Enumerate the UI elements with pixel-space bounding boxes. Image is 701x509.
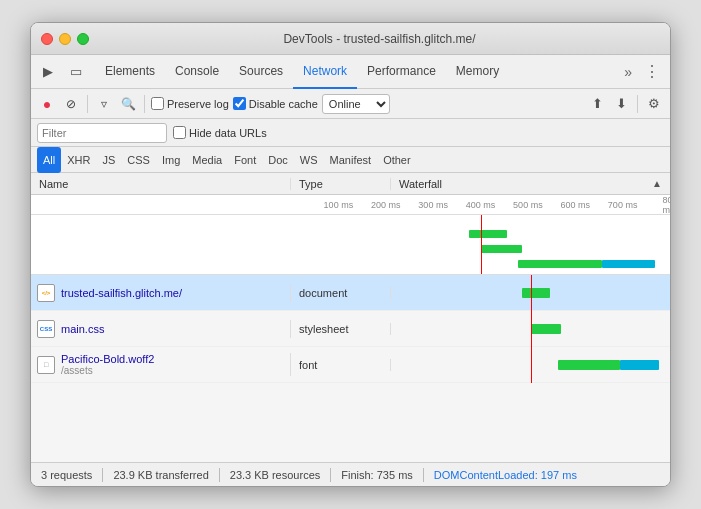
overview-bar (469, 230, 507, 238)
tab-network[interactable]: Network (293, 55, 357, 89)
title-bar: DevTools - trusted-sailfish.glitch.me/ (31, 23, 670, 55)
waterfall-bar (522, 288, 550, 298)
row-name-cell: CSSmain.css (31, 320, 291, 338)
table-row[interactable]: </>trusted-sailfish.glitch.me/document (31, 275, 670, 311)
requests-count: 3 requests (41, 469, 92, 481)
tab-sources[interactable]: Sources (229, 55, 293, 89)
transferred-size: 23.9 KB transferred (113, 469, 208, 481)
export-har-button[interactable]: ⬇ (611, 94, 631, 114)
tab-console[interactable]: Console (165, 55, 229, 89)
row-waterfall-cell (391, 311, 670, 347)
timeline-chart (31, 215, 670, 275)
table-header: Name Type Waterfall ▲ (31, 173, 670, 195)
tab-memory[interactable]: Memory (446, 55, 509, 89)
ruler-tick: 600 ms (560, 200, 590, 210)
status-divider-4 (423, 468, 424, 482)
ruler-tick: 700 ms (608, 200, 638, 210)
table-row[interactable]: CSSmain.cssstylesheet (31, 311, 670, 347)
search-button[interactable]: 🔍 (118, 94, 138, 114)
ruler-tick: 300 ms (418, 200, 448, 210)
col-name-header[interactable]: Name (31, 178, 291, 190)
timeline-ruler: 100 ms200 ms300 ms400 ms500 ms600 ms700 … (31, 195, 670, 215)
tab-elements[interactable]: Elements (95, 55, 165, 89)
type-tabs: All XHR JS CSS Img Media Font Doc WS Man… (31, 147, 670, 173)
row-name-sub: /assets (61, 365, 154, 376)
row-type-cell: document (291, 287, 391, 299)
hide-urls-label[interactable]: Hide data URLs (173, 126, 267, 139)
nav-tabs: Elements Console Sources Network Perform… (95, 55, 618, 89)
type-tab-xhr[interactable]: XHR (61, 147, 96, 173)
type-tab-font[interactable]: Font (228, 147, 262, 173)
inspect-icon[interactable]: ▶ (35, 59, 61, 85)
hide-urls-checkbox[interactable] (173, 126, 186, 139)
row-name-text: main.css (61, 323, 104, 335)
type-tab-img[interactable]: Img (156, 147, 186, 173)
minimize-button[interactable] (59, 33, 71, 45)
traffic-lights (41, 33, 89, 45)
type-tab-all[interactable]: All (37, 147, 61, 173)
disable-cache-checkbox[interactable] (233, 97, 246, 110)
type-tab-media[interactable]: Media (186, 147, 228, 173)
html-file-icon: </> (37, 284, 55, 302)
finish-time: Finish: 735 ms (341, 469, 413, 481)
waterfall-red-line (531, 311, 532, 347)
row-name-cell: </>trusted-sailfish.glitch.me/ (31, 284, 291, 302)
type-tab-doc[interactable]: Doc (262, 147, 294, 173)
nav-icons: ▶ ▭ (35, 59, 89, 85)
row-waterfall-cell (391, 347, 670, 383)
import-har-button[interactable]: ⬆ (587, 94, 607, 114)
ruler-tick: 500 ms (513, 200, 543, 210)
col-waterfall-header[interactable]: Waterfall ▲ (391, 178, 670, 190)
settings-button[interactable]: ⚙ (644, 94, 664, 114)
close-button[interactable] (41, 33, 53, 45)
row-name-cell: □Pacifico-Bold.woff2/assets (31, 353, 291, 376)
ruler-tick: 400 ms (466, 200, 496, 210)
type-tab-css[interactable]: CSS (121, 147, 156, 173)
font-file-icon: □ (37, 356, 55, 374)
preserve-log-label[interactable]: Preserve log (151, 97, 229, 110)
overview-bar (518, 260, 601, 268)
stop-button[interactable]: ⊘ (61, 94, 81, 114)
toolbar: ● ⊘ ▿ 🔍 Preserve log Disable cache Onlin… (31, 89, 670, 119)
more-tabs-button[interactable]: » (618, 64, 638, 80)
table-row[interactable]: □Pacifico-Bold.woff2/assetsfont (31, 347, 670, 383)
resources-size: 23.3 KB resources (230, 469, 321, 481)
filter-bar: Hide data URLs (31, 119, 670, 147)
timeline-chart-inner (291, 215, 670, 274)
maximize-button[interactable] (77, 33, 89, 45)
toolbar-divider-1 (87, 95, 88, 113)
toolbar-divider-2 (144, 95, 145, 113)
nav-bar: ▶ ▭ Elements Console Sources Network Per… (31, 55, 670, 89)
overview-bar (481, 245, 523, 253)
record-button[interactable]: ● (37, 94, 57, 114)
col-type-header[interactable]: Type (291, 178, 391, 190)
type-tab-ws[interactable]: WS (294, 147, 324, 173)
table-body: </>trusted-sailfish.glitch.me/documentCS… (31, 275, 670, 462)
toolbar-divider-3 (637, 95, 638, 113)
type-tab-manifest[interactable]: Manifest (324, 147, 378, 173)
timeline-ruler-inner: 100 ms200 ms300 ms400 ms500 ms600 ms700 … (291, 195, 670, 215)
status-divider-2 (219, 468, 220, 482)
dom-content-loaded: DOMContentLoaded: 197 ms (434, 469, 577, 481)
ruler-tick: 200 ms (371, 200, 401, 210)
preserve-log-checkbox[interactable] (151, 97, 164, 110)
waterfall-red-line (531, 275, 532, 311)
kebab-menu-button[interactable]: ⋮ (638, 62, 666, 81)
waterfall-red-line (531, 347, 532, 383)
ruler-tick: 800 ms (662, 195, 671, 215)
row-name-text: Pacifico-Bold.woff2/assets (61, 353, 154, 376)
filter-button[interactable]: ▿ (94, 94, 114, 114)
disable-cache-label[interactable]: Disable cache (233, 97, 318, 110)
status-divider-1 (102, 468, 103, 482)
waterfall-bar (558, 360, 619, 370)
css-file-icon: CSS (37, 320, 55, 338)
filter-input[interactable] (37, 123, 167, 143)
throttle-select[interactable]: Online Fast 3G Slow 3G Offline (322, 94, 390, 114)
device-icon[interactable]: ▭ (63, 59, 89, 85)
status-bar: 3 requests 23.9 KB transferred 23.3 KB r… (31, 462, 670, 486)
type-tab-js[interactable]: JS (96, 147, 121, 173)
type-tab-other[interactable]: Other (377, 147, 417, 173)
waterfall-bar (531, 324, 562, 334)
status-divider-3 (330, 468, 331, 482)
tab-performance[interactable]: Performance (357, 55, 446, 89)
